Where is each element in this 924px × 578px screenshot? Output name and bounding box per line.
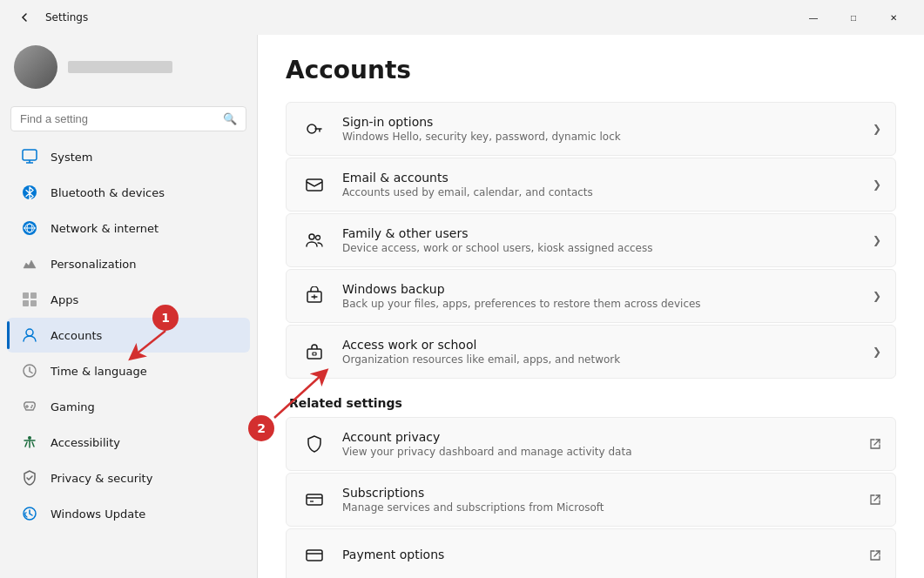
- family-icon: [300, 226, 328, 254]
- payment-title: Payment options: [342, 548, 855, 561]
- search-box[interactable]: 🔍: [10, 106, 246, 131]
- chevron-icon: ❯: [873, 123, 881, 135]
- subscriptions-icon: [300, 486, 328, 514]
- external-link-icon: [869, 494, 881, 506]
- email-icon: [300, 171, 328, 198]
- svg-rect-24: [307, 349, 321, 359]
- app-container: Settings — □ ✕ 🔍: [0, 0, 924, 578]
- apps-icon: [21, 291, 38, 308]
- search-input[interactable]: [20, 112, 216, 125]
- sidebar-item-apps[interactable]: Apps: [7, 282, 250, 317]
- svg-line-30: [874, 495, 880, 501]
- account-privacy-desc: View your privacy dashboard and manage a…: [342, 446, 855, 458]
- avatar: [14, 45, 57, 89]
- sidebar-item-accounts-label: Accounts: [51, 329, 102, 342]
- signin-title: Sign-in options: [342, 115, 859, 129]
- svg-rect-25: [313, 353, 316, 355]
- sidebar: 🔍 System: [0, 35, 257, 578]
- settings-item-payment[interactable]: Payment options: [286, 528, 896, 578]
- update-icon: [21, 505, 38, 522]
- sidebar-item-time-label: Time & language: [51, 365, 147, 378]
- title-bar-left: Settings: [10, 3, 88, 31]
- sidebar-item-network[interactable]: Network & internet: [7, 211, 250, 245]
- maximize-button[interactable]: □: [833, 3, 873, 31]
- user-name: [68, 61, 172, 73]
- sidebar-item-accessibility[interactable]: Accessibility: [7, 425, 250, 460]
- svg-point-11: [26, 329, 33, 336]
- app-body: 🔍 System: [0, 35, 924, 578]
- sidebar-item-bluetooth[interactable]: Bluetooth & devices: [7, 175, 250, 210]
- bluetooth-icon: [21, 184, 38, 201]
- time-icon: [21, 362, 38, 380]
- sidebar-item-privacy[interactable]: Privacy & security: [7, 460, 250, 495]
- settings-item-email[interactable]: Email & accounts Accounts used by email,…: [286, 158, 896, 212]
- chevron-icon: ❯: [873, 346, 881, 358]
- system-icon: [21, 148, 38, 165]
- email-text: Email & accounts Accounts used by email,…: [342, 171, 859, 198]
- sidebar-item-accounts[interactable]: Accounts: [7, 318, 250, 353]
- chevron-icon: ❯: [873, 290, 881, 302]
- work-icon: [300, 338, 328, 366]
- account-privacy-title: Account privacy: [342, 430, 855, 444]
- sidebar-item-privacy-label: Privacy & security: [51, 472, 152, 485]
- sidebar-item-personalization[interactable]: Personalization: [7, 246, 250, 281]
- account-privacy-text: Account privacy View your privacy dashbo…: [342, 430, 855, 458]
- work-text: Access work or school Organization resou…: [342, 338, 859, 366]
- main-content: Accounts Sign-in options Windows Hello, …: [257, 35, 924, 578]
- settings-item-account-privacy[interactable]: Account privacy View your privacy dashbo…: [286, 417, 896, 471]
- svg-point-21: [309, 234, 314, 239]
- back-button[interactable]: [10, 3, 38, 31]
- privacy-icon: [21, 469, 38, 487]
- backup-icon: [300, 282, 328, 310]
- search-icon: 🔍: [223, 112, 237, 125]
- signin-desc: Windows Hello, security key, password, d…: [342, 131, 859, 143]
- svg-rect-9: [23, 300, 29, 306]
- settings-item-signin[interactable]: Sign-in options Windows Hello, security …: [286, 102, 896, 156]
- svg-line-26: [874, 440, 880, 445]
- sidebar-item-gaming[interactable]: Gaming: [7, 389, 250, 424]
- settings-item-backup[interactable]: Windows backup Back up your files, apps,…: [286, 269, 896, 323]
- title-bar: Settings — □ ✕: [0, 0, 924, 35]
- sidebar-item-time[interactable]: Time & language: [7, 353, 250, 388]
- network-icon: [21, 219, 38, 237]
- backup-title: Windows backup: [342, 282, 859, 296]
- settings-item-work[interactable]: Access work or school Organization resou…: [286, 325, 896, 379]
- svg-rect-10: [30, 300, 37, 306]
- page-title: Accounts: [286, 56, 896, 84]
- subscriptions-text: Subscriptions Manage services and subscr…: [342, 486, 855, 514]
- sidebar-item-system-label: System: [51, 151, 92, 164]
- shield-icon: [300, 430, 328, 458]
- svg-point-22: [316, 236, 320, 240]
- sidebar-item-network-label: Network & internet: [51, 222, 158, 235]
- subscriptions-desc: Manage services and subscriptions from M…: [342, 501, 855, 514]
- gaming-icon: [21, 398, 38, 415]
- settings-item-family[interactable]: Family & other users Device access, work…: [286, 213, 896, 267]
- email-desc: Accounts used by email, calendar, and co…: [342, 186, 859, 198]
- sidebar-item-bluetooth-label: Bluetooth & devices: [51, 186, 165, 199]
- svg-point-16: [30, 407, 32, 408]
- close-button[interactable]: ✕: [873, 3, 914, 31]
- chevron-icon: ❯: [873, 178, 881, 191]
- backup-text: Windows backup Back up your files, apps,…: [342, 282, 859, 310]
- sidebar-item-update-label: Windows Update: [51, 507, 145, 521]
- payment-text: Payment options: [342, 548, 855, 563]
- window-title: Settings: [45, 11, 88, 24]
- external-link-icon: [869, 549, 881, 561]
- accounts-icon: [21, 326, 38, 344]
- minimize-button[interactable]: —: [793, 3, 833, 31]
- external-link-icon: [869, 438, 881, 450]
- related-settings-list: Account privacy View your privacy dashbo…: [286, 417, 896, 578]
- settings-item-subscriptions[interactable]: Subscriptions Manage services and subscr…: [286, 473, 896, 527]
- sidebar-item-apps-label: Apps: [51, 293, 78, 306]
- related-settings-title: Related settings: [289, 396, 896, 410]
- sidebar-item-system[interactable]: System: [7, 139, 250, 174]
- svg-line-33: [874, 551, 880, 556]
- sidebar-item-update[interactable]: Windows Update: [7, 496, 250, 531]
- accessibility-icon: [21, 434, 38, 451]
- family-text: Family & other users Device access, work…: [342, 226, 859, 254]
- payment-icon: [300, 541, 328, 569]
- settings-list: Sign-in options Windows Hello, security …: [286, 102, 896, 379]
- sidebar-item-accessibility-label: Accessibility: [51, 436, 120, 449]
- user-profile: [0, 35, 257, 99]
- svg-rect-27: [307, 494, 322, 505]
